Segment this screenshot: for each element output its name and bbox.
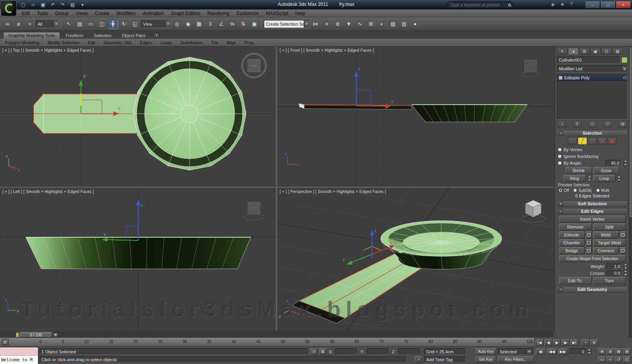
next-frame-arrow[interactable] bbox=[53, 332, 58, 337]
time-tag-icon[interactable]: ◔ bbox=[415, 356, 422, 363]
create-shape-button[interactable]: Create Shape From Selection bbox=[559, 255, 626, 262]
y-coordinate-field[interactable] bbox=[367, 348, 389, 355]
chamfer-settings-button[interactable] bbox=[586, 239, 592, 246]
ribbon-tab-freeform[interactable]: Freeform bbox=[61, 32, 88, 39]
ribbon-tab-selection[interactable]: Selection bbox=[89, 32, 116, 39]
new-scene-icon[interactable]: ▢ bbox=[19, 1, 28, 9]
insert-vertex-button[interactable]: Insert Vertex bbox=[559, 216, 626, 223]
by-vertex-checkbox[interactable] bbox=[558, 148, 562, 152]
time-slider[interactable]: 0 / 100 bbox=[0, 331, 555, 338]
play-button[interactable]: ▶ bbox=[553, 339, 561, 346]
workspace-dropdown-icon[interactable]: ▾ bbox=[78, 1, 87, 9]
key-mode-toggle-button[interactable]: ◉ bbox=[536, 348, 546, 355]
ribbon-panel-tris[interactable]: Tris bbox=[207, 39, 223, 46]
chevron-down-icon[interactable] bbox=[304, 21, 309, 28]
curve-editor-icon[interactable]: ∿ bbox=[355, 19, 365, 29]
schematic-view-icon[interactable]: ⊞ bbox=[366, 19, 376, 29]
project-folder-icon[interactable]: ▤ bbox=[68, 1, 77, 9]
viewport-label-front[interactable]: [ + ] [ Front ] [ Smooth + Highlights + … bbox=[280, 48, 374, 53]
zoom-extents-icon[interactable]: ⊠ bbox=[615, 348, 623, 355]
edge-subobject-icon[interactable]: ╱ bbox=[578, 137, 587, 144]
track-bar[interactable]: 0510152025303540455055606570758085909510… bbox=[0, 338, 534, 347]
menu-item[interactable]: Help bbox=[292, 9, 309, 17]
material-editor-icon[interactable]: ◐ bbox=[377, 19, 387, 29]
configure-modifier-sets-icon[interactable]: ⊞ bbox=[619, 121, 627, 128]
render-setup-icon[interactable]: ▨ bbox=[388, 19, 398, 29]
preview-multi-radio[interactable] bbox=[596, 188, 600, 192]
modify-tab-icon[interactable]: ◑ bbox=[568, 48, 579, 55]
edit-tri-button[interactable]: Edit Tri. bbox=[559, 277, 592, 284]
ribbon-panel-align[interactable]: Align bbox=[222, 39, 240, 46]
command-panel-scrollbar[interactable] bbox=[629, 47, 632, 338]
perspective-viewport-canvas[interactable]: z x y z x y bbox=[277, 188, 555, 331]
menu-item[interactable]: Tools bbox=[34, 9, 52, 17]
ribbon-panel-prop[interactable]: Prop... bbox=[241, 39, 261, 46]
current-frame-field[interactable]: 0 bbox=[570, 348, 586, 355]
zoom-extents-all-icon[interactable]: ⊞ bbox=[623, 348, 631, 355]
weld-settings-button[interactable] bbox=[620, 231, 626, 238]
ribbon-panel-loops[interactable]: Loops bbox=[156, 39, 177, 46]
maximize-button[interactable]: □ bbox=[600, 1, 615, 8]
selection-rollout-header[interactable]: −Selection bbox=[557, 130, 628, 136]
preview-off-radio[interactable] bbox=[559, 188, 562, 192]
crease-field[interactable]: 0.0 bbox=[606, 270, 622, 276]
select-and-manipulate-icon[interactable]: ◉ bbox=[183, 19, 193, 29]
remove-modifier-icon[interactable]: ▽ bbox=[604, 121, 612, 128]
crease-spinner[interactable] bbox=[623, 270, 628, 276]
selection-set-dropdown[interactable]: Selected bbox=[498, 348, 534, 355]
by-angle-spinner[interactable] bbox=[623, 160, 628, 166]
undo-icon[interactable]: ↶ bbox=[49, 1, 57, 9]
time-configuration-button[interactable]: ◔ bbox=[581, 339, 589, 346]
next-frame-button[interactable]: ▶▶ bbox=[558, 348, 568, 355]
viewport-perspective[interactable]: z x y z x y [ + bbox=[277, 188, 555, 331]
select-by-name-icon[interactable]: ▤ bbox=[75, 19, 85, 29]
ribbon-panel-polygon-modeling[interactable]: Polygon Modeling bbox=[1, 39, 43, 46]
connect-button[interactable]: Connect bbox=[593, 247, 619, 254]
viewport-label-left[interactable]: [ + ] [ Left ] [ Smooth + Highlights + E… bbox=[2, 190, 94, 194]
frying-pan-top[interactable] bbox=[133, 57, 246, 170]
search-icon[interactable] bbox=[508, 4, 511, 6]
close-button[interactable]: × bbox=[616, 1, 631, 8]
menu-item[interactable]: MAXScript bbox=[262, 9, 292, 17]
make-unique-icon[interactable]: ◇ bbox=[588, 121, 596, 128]
redo-icon[interactable]: ↷ bbox=[58, 1, 67, 9]
loop-button[interactable]: Loop bbox=[593, 175, 615, 182]
menu-item[interactable]: Customize bbox=[233, 9, 262, 17]
ribbon-panel-edit[interactable]: Edit bbox=[84, 39, 100, 46]
connect-settings-button[interactable] bbox=[620, 247, 626, 254]
search-input[interactable] bbox=[450, 2, 506, 7]
rendered-frame-icon[interactable]: ▥ bbox=[399, 19, 409, 29]
hierarchy-tab-icon[interactable]: ≣ bbox=[579, 48, 590, 55]
mirror-icon[interactable]: ⋈ bbox=[310, 19, 321, 29]
grow-button[interactable]: Grow bbox=[593, 167, 619, 174]
modifier-list-dropdown[interactable]: Modifier List bbox=[557, 65, 628, 72]
maxscript-mini-listener[interactable]: Welcome to M bbox=[0, 347, 38, 364]
reference-coordinate-dropdown[interactable]: View bbox=[141, 20, 171, 28]
save-file-icon[interactable]: ▣ bbox=[39, 1, 47, 9]
border-subobject-icon[interactable]: ▢ bbox=[588, 137, 597, 144]
unlink-selection-icon[interactable]: ⌀ bbox=[13, 19, 24, 29]
weight-field[interactable]: 1.0 bbox=[606, 263, 622, 270]
ribbon-panel-modify-selection[interactable]: Modify Selection bbox=[43, 39, 84, 46]
create-tab-icon[interactable]: ↖ bbox=[557, 48, 568, 55]
select-object-icon[interactable]: ↖ bbox=[64, 19, 74, 29]
ring-button[interactable]: Ring bbox=[564, 175, 586, 182]
menu-item[interactable]: Create bbox=[92, 9, 113, 17]
left-viewport-canvas[interactable]: z y LEFT z y bbox=[0, 188, 276, 331]
modifier-stack-row[interactable]: ▦ Editable Poly ◁ bbox=[557, 74, 627, 81]
element-subobject-icon[interactable]: ▣ bbox=[608, 137, 617, 144]
named-selection-sets-icon[interactable]: ▣ bbox=[249, 19, 260, 29]
edit-edges-rollout-header[interactable]: −Edit Edges bbox=[557, 208, 628, 214]
viewport-top[interactable]: y x TOP y x [ + ] [ Top ] [ Smooth + Hig… bbox=[0, 47, 276, 187]
window-crossing-icon[interactable]: ◫ bbox=[97, 19, 107, 29]
show-key-times-button[interactable]: ≣ bbox=[590, 339, 598, 346]
ribbon-tab-object-paint[interactable]: Object Paint bbox=[117, 32, 150, 39]
viewport-front[interactable]: z x z x [ + ] [ Front ] [ Smooth + Highl… bbox=[277, 47, 555, 187]
frame-spinner[interactable] bbox=[587, 348, 591, 355]
weld-button[interactable]: Weld bbox=[593, 231, 619, 238]
viewport-label-perspective[interactable]: [ + ] [ Perspective ] [ Smooth + Highlig… bbox=[280, 190, 386, 194]
remove-button[interactable]: Remove bbox=[559, 223, 592, 231]
object-name-field[interactable]: Cylinder001 bbox=[557, 56, 620, 64]
time-slider-marker[interactable] bbox=[16, 332, 19, 337]
polygon-subobject-icon[interactable]: ■ bbox=[598, 137, 607, 144]
